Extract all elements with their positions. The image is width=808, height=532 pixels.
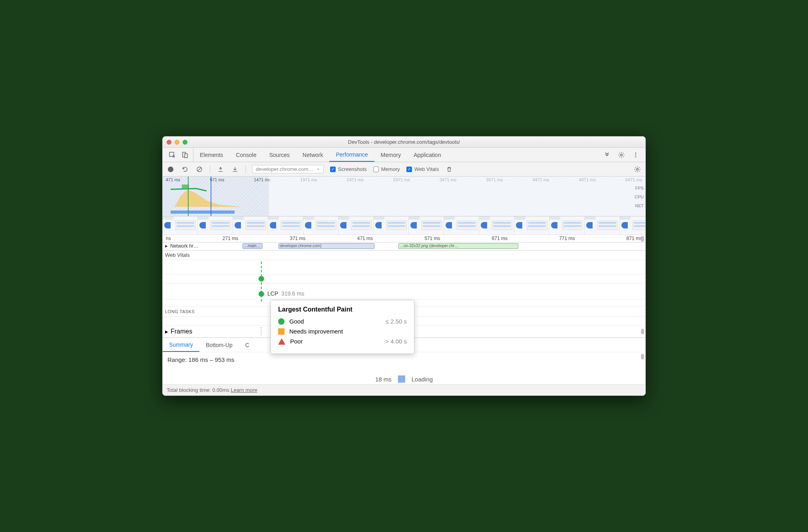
screenshot-thumb[interactable] bbox=[549, 216, 585, 235]
tab-network[interactable]: Network bbox=[296, 148, 329, 162]
expand-caret-icon[interactable]: ▶ bbox=[165, 244, 168, 248]
screenshot-thumb[interactable] bbox=[374, 216, 409, 235]
kebab-menu-icon[interactable] bbox=[632, 151, 640, 159]
scrollbar-thumb[interactable] bbox=[641, 329, 644, 334]
screenshot-thumb[interactable] bbox=[479, 216, 514, 235]
frames-label: Frames bbox=[171, 328, 192, 335]
web-vitals-heading: Web Vitals bbox=[163, 250, 645, 260]
maximize-button[interactable] bbox=[183, 140, 187, 145]
traffic-lights bbox=[167, 140, 187, 145]
reload-button[interactable] bbox=[181, 165, 189, 173]
needs-improvement-marker-icon bbox=[278, 328, 285, 335]
devtools-window: DevTools - developer.chrome.com/tags/dev… bbox=[162, 136, 646, 396]
lcp-marker-dot[interactable] bbox=[259, 291, 264, 297]
loading-swatch bbox=[398, 375, 405, 383]
network-resource[interactable]: …on-32x32.png (developer.chr… bbox=[398, 243, 518, 249]
checkbox-icon: ✓ bbox=[330, 167, 336, 172]
delete-button[interactable] bbox=[445, 165, 453, 173]
poor-marker-icon bbox=[278, 338, 285, 345]
screenshot-thumb[interactable] bbox=[444, 216, 479, 235]
svg-point-5 bbox=[635, 154, 637, 155]
chevron-down-icon bbox=[316, 167, 320, 171]
threshold-label: Needs improvement bbox=[289, 328, 343, 335]
screenshot-thumb[interactable] bbox=[338, 216, 374, 235]
network-track[interactable]: ▶ Network hr… …main… developer.chrome.co… bbox=[163, 242, 645, 250]
overview-net-bar bbox=[171, 210, 235, 214]
overview-marker-dcl bbox=[211, 177, 211, 216]
device-toggle-icon[interactable] bbox=[181, 151, 189, 159]
expand-caret-icon[interactable]: ▶ bbox=[165, 330, 168, 334]
screenshot-thumb[interactable] bbox=[198, 216, 233, 235]
loading-ms: 18 ms bbox=[375, 376, 392, 383]
overview-pane[interactable]: 471 ms 971 ms 1471 ms 1971 ms 2471 ms 29… bbox=[163, 177, 645, 216]
threshold-label: Good bbox=[289, 318, 304, 325]
minimize-button[interactable] bbox=[175, 140, 179, 145]
screenshot-thumb[interactable] bbox=[620, 216, 645, 235]
svg-marker-11 bbox=[171, 189, 243, 207]
screenshot-thumb[interactable] bbox=[514, 216, 549, 235]
tab-performance[interactable]: Performance bbox=[329, 148, 374, 162]
footer: Total blocking time: 0.00ms Learn more bbox=[163, 384, 645, 395]
learn-more-link[interactable]: Learn more bbox=[231, 387, 257, 393]
screenshots-strip[interactable] bbox=[163, 216, 645, 235]
vital-marker-dot[interactable] bbox=[259, 276, 264, 282]
load-profile-button[interactable] bbox=[217, 165, 225, 173]
network-resource[interactable]: …main… bbox=[243, 243, 263, 249]
screenshot-thumb[interactable] bbox=[303, 216, 338, 235]
checkbox-icon: ✓ bbox=[406, 167, 412, 172]
tbt-text: Total blocking time: 0.00ms bbox=[167, 387, 229, 393]
screenshot-thumb[interactable] bbox=[163, 216, 198, 235]
svg-point-10 bbox=[637, 168, 639, 170]
screenshot-thumb[interactable] bbox=[409, 216, 444, 235]
tab-elements[interactable]: Elements bbox=[193, 148, 229, 162]
threshold-value: ≤ 2.50 s bbox=[386, 318, 407, 325]
frame-tick bbox=[261, 327, 261, 335]
tab-console[interactable]: Console bbox=[229, 148, 263, 162]
tab-summary[interactable]: Summary bbox=[163, 338, 199, 352]
screenshot-thumb[interactable] bbox=[585, 216, 620, 235]
svg-line-9 bbox=[197, 167, 201, 171]
summary-range: Range: 186 ms – 953 ms bbox=[167, 356, 641, 363]
network-resource[interactable]: developer.chrome.com) bbox=[279, 243, 374, 249]
lcp-label: LCP 319.6 ms bbox=[267, 290, 304, 297]
window-title: DevTools - developer.chrome.com/tags/dev… bbox=[167, 139, 641, 145]
threshold-label: Poor bbox=[290, 338, 303, 345]
overview-mask bbox=[269, 177, 645, 216]
web-vitals-lane[interactable]: LCP 319.6 ms Largest Contentful Paint Go… bbox=[163, 260, 645, 306]
threshold-value: > 4.00 s bbox=[385, 338, 407, 345]
scrollbar-thumb[interactable] bbox=[641, 354, 644, 359]
screenshot-thumb[interactable] bbox=[233, 216, 268, 235]
good-marker-icon bbox=[278, 318, 285, 325]
lcp-tooltip: Largest Contentful Paint Good ≤ 2.50 s N… bbox=[271, 300, 414, 354]
screenshots-checkbox[interactable]: ✓ Screenshots bbox=[330, 166, 367, 172]
titlebar: DevTools - developer.chrome.com/tags/dev… bbox=[163, 137, 645, 148]
svg-point-3 bbox=[621, 154, 623, 156]
save-profile-button[interactable] bbox=[231, 165, 239, 173]
inspect-icon[interactable] bbox=[168, 151, 176, 159]
tab-bottom-up[interactable]: Bottom-Up bbox=[199, 338, 239, 352]
timeline-ruler[interactable]: ns 271 ms 371 ms 471 ms 571 ms 671 ms 77… bbox=[163, 235, 645, 242]
svg-point-6 bbox=[635, 156, 637, 157]
profile-dropdown[interactable]: developer.chrome.com… bbox=[252, 165, 324, 173]
tab-memory[interactable]: Memory bbox=[374, 148, 408, 162]
tooltip-title: Largest Contentful Paint bbox=[278, 306, 407, 313]
webvitals-checkbox[interactable]: ✓ Web Vitals bbox=[406, 166, 439, 172]
tab-sources[interactable]: Sources bbox=[263, 148, 296, 162]
tab-truncated[interactable]: C bbox=[239, 338, 256, 352]
network-track-label: Network hr… bbox=[170, 243, 198, 249]
summary-panel: Range: 186 ms – 953 ms 18 ms Loading bbox=[163, 352, 645, 384]
overview-chart bbox=[163, 185, 249, 207]
more-tabs-icon[interactable] bbox=[603, 151, 611, 159]
tab-application[interactable]: Application bbox=[407, 148, 448, 162]
checkbox-icon bbox=[373, 167, 379, 172]
scrollbar-thumb[interactable] bbox=[641, 236, 644, 242]
memory-checkbox[interactable]: Memory bbox=[373, 166, 400, 172]
record-button[interactable] bbox=[167, 165, 175, 173]
close-button[interactable] bbox=[167, 140, 171, 145]
clear-button[interactable] bbox=[195, 165, 203, 173]
svg-point-4 bbox=[635, 153, 637, 154]
settings-gear-icon[interactable] bbox=[617, 151, 625, 159]
perf-settings-gear-icon[interactable] bbox=[633, 165, 641, 173]
checkbox-label: Web Vitals bbox=[414, 166, 439, 172]
screenshot-thumb[interactable] bbox=[268, 216, 303, 235]
